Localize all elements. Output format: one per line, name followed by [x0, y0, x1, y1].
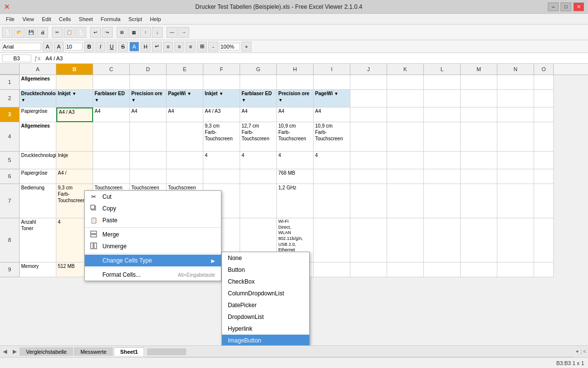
- cell-m3[interactable]: [461, 107, 497, 122]
- cell-j7[interactable]: [350, 184, 387, 218]
- cell-e5[interactable]: [167, 152, 203, 169]
- sub-imagebutton[interactable]: ImageButton: [222, 335, 309, 345]
- cell-h4[interactable]: 10,9 cmFarb-Touch­screen: [277, 122, 314, 152]
- cell-g4[interactable]: 12,7 cmFarb-Touch­screen: [240, 122, 277, 152]
- cell-f6[interactable]: [203, 169, 240, 184]
- cell-g7[interactable]: [240, 184, 277, 218]
- sheet-tab-messwerte[interactable]: Messwerte: [74, 347, 113, 356]
- cell-m8[interactable]: [461, 218, 497, 263]
- cell-o8[interactable]: [534, 218, 554, 263]
- cell-a4[interactable]: Allgemeines: [20, 122, 56, 152]
- cell-d6[interactable]: [130, 169, 167, 184]
- cell-a9[interactable]: Memory: [20, 263, 56, 277]
- cell-m5[interactable]: [461, 152, 497, 169]
- cell-h6[interactable]: 768 MB: [277, 169, 314, 184]
- cell-c6[interactable]: [93, 169, 130, 184]
- menu-cells[interactable]: Cells: [55, 15, 74, 23]
- cell-a2[interactable]: Drucktechnologie ▼: [20, 90, 56, 107]
- cell-k2[interactable]: [387, 90, 424, 107]
- font-size-input[interactable]: [65, 43, 83, 51]
- sheet-tab-sheet1[interactable]: Sheet1: [114, 347, 144, 356]
- cell-f1[interactable]: [203, 75, 240, 90]
- cell-l1[interactable]: [424, 75, 461, 90]
- highlight-button[interactable]: H: [141, 42, 150, 52]
- menu-view[interactable]: View: [19, 15, 38, 23]
- cell-j1[interactable]: [350, 75, 387, 90]
- ctx-format-cells[interactable]: Format Cells... Alt+Eingabetaste: [85, 269, 221, 281]
- cell-o2[interactable]: [534, 90, 554, 107]
- cell-l8[interactable]: [424, 218, 461, 263]
- cell-n6[interactable]: [497, 169, 534, 184]
- cell-b1[interactable]: [56, 75, 93, 90]
- cell-h7[interactable]: 1,2 GHz: [277, 184, 314, 218]
- cell-n5[interactable]: [497, 152, 534, 169]
- cell-a3[interactable]: Papiergrö­se: [20, 107, 56, 122]
- col-header-h[interactable]: H: [277, 64, 314, 75]
- paste-toolbar-button[interactable]: 📄: [75, 27, 86, 38]
- menu-sheet[interactable]: Sheet: [75, 15, 97, 23]
- minimize-button[interactable]: –: [548, 2, 559, 11]
- cell-f2[interactable]: Inkjet ▼: [203, 90, 240, 107]
- col-header-i[interactable]: I: [314, 64, 350, 75]
- cell-k7[interactable]: [387, 184, 424, 218]
- sub-datepicker[interactable]: DatePicker: [222, 299, 309, 311]
- sub-checkbox[interactable]: CheckBox: [222, 276, 309, 288]
- row-header-7[interactable]: 7: [0, 184, 20, 218]
- cell-g2[interactable]: Farblaser ED ▼: [240, 90, 277, 107]
- sort-asc-button[interactable]: ↑: [140, 27, 151, 38]
- cell-n4[interactable]: [497, 122, 534, 152]
- row-header-9[interactable]: 9: [0, 263, 20, 277]
- menu-edit[interactable]: Edit: [38, 15, 55, 23]
- font-size-btn-down[interactable]: A: [43, 42, 52, 52]
- font-name-input[interactable]: [2, 43, 41, 51]
- menu-help[interactable]: Help: [146, 15, 165, 23]
- cell-a8[interactable]: AnzahlToner: [20, 218, 56, 263]
- cell-e6[interactable]: [167, 169, 203, 184]
- cut-toolbar-button[interactable]: ✂: [52, 27, 63, 38]
- cell-g5[interactable]: 4: [240, 152, 277, 169]
- col-header-l[interactable]: L: [424, 64, 461, 75]
- cell-l2[interactable]: [424, 90, 461, 107]
- cell-o1[interactable]: [534, 75, 554, 90]
- cell-h3[interactable]: A4: [277, 107, 314, 122]
- print-button[interactable]: 🖨: [37, 27, 48, 38]
- cell-d1[interactable]: [130, 75, 167, 90]
- cell-j4[interactable]: [350, 122, 387, 152]
- underline-button[interactable]: U: [107, 42, 117, 52]
- col-header-j[interactable]: J: [350, 64, 387, 75]
- cell-m1[interactable]: [461, 75, 497, 90]
- cell-c4[interactable]: [93, 122, 130, 152]
- cell-n2[interactable]: [497, 90, 534, 107]
- col-header-e[interactable]: E: [167, 64, 203, 75]
- cell-f5[interactable]: 4: [203, 152, 240, 169]
- cell-o3[interactable]: [534, 107, 554, 122]
- font-size-btn-up[interactable]: A: [54, 42, 64, 52]
- menu-script[interactable]: Script: [124, 15, 146, 23]
- cell-n1[interactable]: [497, 75, 534, 90]
- ctx-merge[interactable]: Merge: [85, 229, 221, 240]
- cell-k8[interactable]: [387, 218, 424, 263]
- cell-o9[interactable]: [534, 263, 554, 277]
- ctx-paste[interactable]: 📋 Paste: [85, 214, 221, 226]
- cell-k4[interactable]: [387, 122, 424, 152]
- cell-k6[interactable]: [387, 169, 424, 184]
- cell-h2[interactable]: Precision ore ▼: [277, 90, 314, 107]
- sub-dropdownlist[interactable]: DropdownList: [222, 311, 309, 323]
- cell-k3[interactable]: [387, 107, 424, 122]
- close-button[interactable]: ✕: [573, 2, 584, 11]
- cell-a6[interactable]: Papiergrö­se: [20, 169, 56, 184]
- cell-e3[interactable]: A4: [167, 107, 203, 122]
- cell-n3[interactable]: [497, 107, 534, 122]
- col-header-k[interactable]: K: [387, 64, 424, 75]
- cell-m6[interactable]: [461, 169, 497, 184]
- cell-i8[interactable]: [314, 218, 350, 263]
- strikethrough-button[interactable]: S: [118, 42, 128, 52]
- row-header-5[interactable]: 5: [0, 152, 20, 169]
- cell-b2[interactable]: Inkjet ▼: [56, 90, 93, 107]
- col-header-o[interactable]: O: [534, 64, 554, 75]
- zoom-in-button[interactable]: +: [242, 42, 251, 52]
- cell-ref-input[interactable]: [2, 54, 31, 62]
- cell-h1[interactable]: [277, 75, 314, 90]
- formula-input[interactable]: [44, 55, 586, 62]
- arrow-button[interactable]: →: [178, 27, 189, 38]
